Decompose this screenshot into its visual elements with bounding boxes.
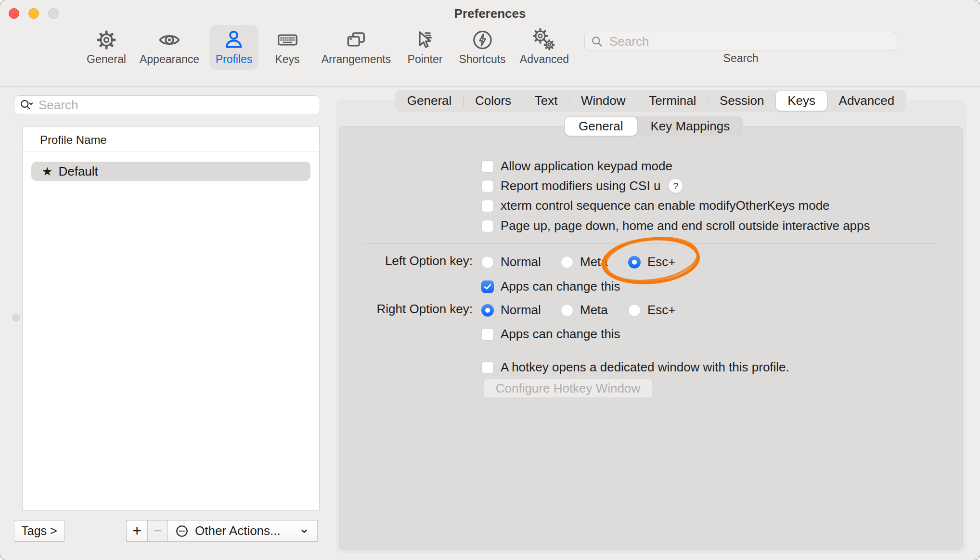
tab-text[interactable]: Text	[523, 90, 569, 111]
toolbar-item-appearance[interactable]: Appearance	[134, 25, 205, 70]
toolbar-label: Appearance	[140, 53, 199, 66]
profile-list-header: Profile Name	[40, 133, 107, 147]
ellipsis-circle-icon	[175, 524, 189, 538]
toolbar-label: Keys	[275, 53, 299, 66]
toolbar-label: Arrangements	[322, 53, 391, 66]
configure-hotkey-window-button: Configure Hotkey Window	[483, 379, 653, 398]
tab-general[interactable]: General	[396, 90, 463, 111]
preferences-window: Preferences General Appearance Profiles …	[0, 0, 980, 560]
radio-right-esc[interactable]	[628, 304, 641, 317]
right-option-key-label: Right Option key:	[337, 302, 473, 316]
star-icon: ★	[42, 165, 52, 178]
radio-left-esc[interactable]	[628, 256, 641, 268]
checkbox-csi-u[interactable]	[481, 180, 494, 192]
checkbox-row: xterm control sequence can enable modify…	[481, 198, 830, 213]
gear-icon	[95, 28, 117, 52]
toolbar-label: General	[87, 53, 126, 66]
keys-subtabbar: General Key Mappings	[565, 116, 743, 136]
checkbox-row: Report modifiers using CSI u ?	[481, 178, 683, 193]
toolbar-item-advanced[interactable]: Advanced	[514, 25, 575, 70]
left-option-key-label: Left Option key:	[337, 254, 473, 268]
person-icon	[223, 28, 245, 52]
toolbar-label: Profiles	[216, 53, 253, 66]
checkbox-label: Page up, page down, home and end scroll …	[501, 218, 870, 233]
subtab-general[interactable]: General	[565, 117, 637, 136]
toolbar-label: Shortcuts	[459, 53, 505, 66]
radio-option: Meta	[561, 255, 608, 269]
checkbox-modify-other-keys[interactable]	[481, 200, 494, 212]
radio-label: Esc+	[647, 303, 676, 318]
radio-label: Normal	[501, 255, 541, 269]
tab-colors[interactable]: Colors	[464, 90, 523, 111]
checkbox-row: Apps can change this	[481, 327, 620, 342]
toolbar-label: Advanced	[520, 53, 569, 66]
radio-option: Meta	[561, 303, 608, 318]
window-title: Preferences	[0, 6, 980, 21]
radio-left-normal[interactable]	[481, 256, 494, 268]
checkbox-right-apps-can-change[interactable]	[481, 328, 494, 341]
radio-label: Normal	[501, 303, 541, 318]
radio-option: Normal	[481, 303, 541, 318]
scoped-search-icon	[19, 98, 34, 113]
checkbox-left-apps-can-change[interactable]	[481, 280, 494, 293]
toolbar-item-general[interactable]: General	[81, 25, 132, 70]
checkbox-row: Apps can change this	[481, 279, 620, 294]
section-divider	[362, 243, 938, 244]
chevron-down-icon	[298, 525, 310, 537]
tab-terminal[interactable]: Terminal	[637, 90, 708, 111]
toolbar-search-caption: Search	[669, 52, 813, 65]
search-icon	[591, 35, 604, 48]
add-profile-button[interactable]: +	[126, 520, 147, 542]
profile-search-input[interactable]	[38, 97, 315, 113]
checkbox-label: A hotkey opens a dedicated window with t…	[501, 360, 789, 375]
radio-label: Esc+	[647, 255, 676, 269]
toolbar-item-profiles[interactable]: Profiles	[210, 25, 258, 70]
toolbar-item-arrangements[interactable]: Arrangements	[316, 25, 397, 70]
profile-tabbar: General Colors Text Window Terminal Sess…	[396, 90, 906, 111]
checkbox-label: Apps can change this	[501, 279, 620, 294]
toolbar-divider	[0, 86, 980, 87]
profile-list: Profile Name ★ Default	[22, 126, 320, 510]
cursor-icon	[414, 28, 436, 52]
checkbox-label: Report modifiers using CSI u	[501, 178, 660, 193]
subtab-key-mappings[interactable]: Key Mappings	[637, 116, 744, 136]
radio-left-meta[interactable]	[561, 256, 573, 268]
toolbar-item-pointer[interactable]: Pointer	[402, 25, 449, 70]
tags-button[interactable]: Tags >	[14, 520, 64, 542]
tab-session[interactable]: Session	[708, 90, 775, 111]
checkbox-row: A hotkey opens a dedicated window with t…	[481, 360, 789, 375]
checkbox-hotkey-window[interactable]	[481, 361, 494, 374]
toolbar-search-input[interactable]	[608, 34, 891, 50]
checkbox-label: Allow application keypad mode	[501, 159, 672, 174]
eye-icon	[158, 28, 181, 52]
other-actions-dropdown[interactable]: Other Actions...	[168, 520, 318, 542]
tab-keys[interactable]: Keys	[776, 91, 826, 111]
checkbox-row: Page up, page down, home and end scroll …	[481, 218, 870, 233]
keyboard-icon	[276, 28, 298, 52]
tab-advanced[interactable]: Advanced	[827, 90, 906, 111]
checkbox-scroll-outside[interactable]	[481, 220, 494, 232]
window-edge-dot	[12, 314, 20, 322]
toolbar-search-field[interactable]	[584, 32, 897, 51]
radio-option: Esc+	[628, 255, 676, 269]
profile-row-default[interactable]: ★ Default	[31, 162, 310, 181]
profile-search-field[interactable]	[14, 95, 320, 115]
checkbox-row: Allow application keypad mode	[481, 159, 672, 174]
gears-icon	[533, 28, 555, 52]
radio-option: Normal	[481, 255, 541, 269]
radio-label: Meta	[580, 303, 608, 318]
checkbox-label: xterm control sequence can enable modify…	[501, 198, 830, 213]
help-button[interactable]: ?	[668, 178, 683, 193]
checkbox-keypad-mode[interactable]	[481, 160, 494, 173]
bolt-circle-icon	[471, 28, 493, 52]
radio-right-meta[interactable]	[561, 304, 573, 317]
radio-option: Esc+	[628, 303, 676, 318]
tab-window[interactable]: Window	[569, 90, 637, 111]
other-actions-label: Other Actions...	[195, 523, 281, 538]
checkbox-label: Apps can change this	[501, 327, 620, 342]
divider	[23, 152, 319, 152]
profile-actions-group: + − Other Actions...	[126, 520, 318, 542]
toolbar-item-keys[interactable]: Keys	[269, 25, 305, 70]
radio-right-normal[interactable]	[481, 304, 494, 317]
toolbar-item-shortcuts[interactable]: Shortcuts	[453, 25, 511, 70]
